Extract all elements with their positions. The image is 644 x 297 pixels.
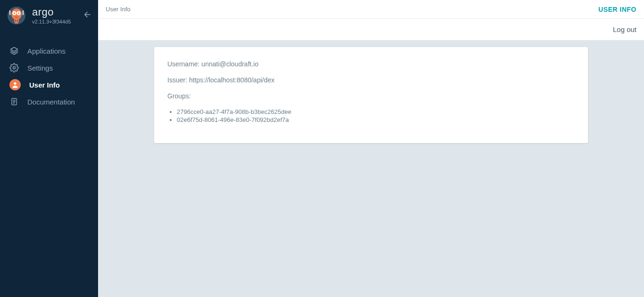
groups-label: Groups: xyxy=(167,92,191,100)
group-item: 02e6f75d-8061-496e-83e0-7f092bd2ef7a xyxy=(177,116,575,123)
gear-icon xyxy=(9,63,19,72)
svg-rect-1 xyxy=(23,10,24,15)
layers-icon xyxy=(9,46,19,56)
svg-point-6 xyxy=(18,12,19,14)
topbar: User Info USER INFO xyxy=(98,0,644,19)
sidebar-item-applications[interactable]: Applications xyxy=(0,42,98,59)
sidebar-item-documentation[interactable]: Documentation xyxy=(0,93,98,110)
book-icon xyxy=(9,97,19,106)
actionbar: Log out xyxy=(98,19,644,40)
username-label: Username: xyxy=(167,60,199,68)
svg-rect-0 xyxy=(9,10,10,15)
product-name: argo xyxy=(32,7,71,17)
sidebar-item-label: Applications xyxy=(27,47,66,55)
logo[interactable]: argo v2.11.3+3f344d5 xyxy=(8,7,71,24)
user-circle-icon xyxy=(9,79,21,90)
svg-marker-8 xyxy=(11,48,18,51)
svg-point-10 xyxy=(14,82,16,85)
argo-logo-icon xyxy=(8,7,25,24)
sidebar-item-label: User Info xyxy=(29,81,60,89)
page-title: USER INFO xyxy=(598,6,636,13)
groups-row: Groups: xyxy=(167,92,575,100)
main: User Info USER INFO Log out Username: un… xyxy=(98,0,644,297)
collapse-sidebar-button[interactable] xyxy=(83,10,91,21)
content-area: Username: unnati@cloudraft.io Issuer: ht… xyxy=(98,40,644,297)
issuer-value: https://localhost:8080/api/dex xyxy=(189,76,274,84)
issuer-label: Issuer: xyxy=(167,76,187,84)
sidebar-item-label: Documentation xyxy=(27,98,75,106)
sidebar: argo v2.11.3+3f344d5 Applications xyxy=(0,0,98,297)
product-version: v2.11.3+3f344d5 xyxy=(32,19,71,24)
svg-point-5 xyxy=(14,12,15,14)
group-item: 2796cce0-aa27-4f7a-908b-b3bec2625dee xyxy=(177,108,575,115)
sidebar-nav: Applications Settings User Info xyxy=(0,42,98,110)
logout-button[interactable]: Log out xyxy=(613,25,636,33)
svg-point-9 xyxy=(13,67,16,69)
sidebar-item-settings[interactable]: Settings xyxy=(0,59,98,76)
sidebar-item-user-info[interactable]: User Info xyxy=(0,76,98,93)
user-info-card: Username: unnati@cloudraft.io Issuer: ht… xyxy=(154,47,588,143)
sidebar-item-label: Settings xyxy=(27,64,53,72)
breadcrumb: User Info xyxy=(106,6,131,13)
groups-list: 2796cce0-aa27-4f7a-908b-b3bec2625dee 02e… xyxy=(167,108,575,123)
issuer-row: Issuer: https://localhost:8080/api/dex xyxy=(167,76,575,84)
username-row: Username: unnati@cloudraft.io xyxy=(167,60,575,68)
username-value: unnati@cloudraft.io xyxy=(201,60,258,68)
sidebar-header: argo v2.11.3+3f344d5 xyxy=(0,0,98,28)
